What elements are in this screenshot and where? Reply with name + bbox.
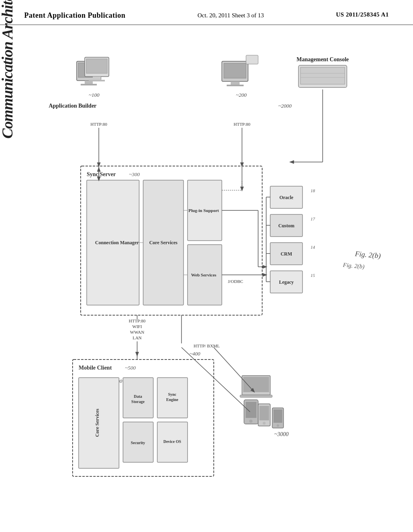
- patent-number: US 2011/258345 A1: [336, 11, 389, 18]
- fig-label: Fig. 2(b): [342, 262, 365, 270]
- svg-text:~500: ~500: [125, 365, 136, 371]
- crm-box: CRM: [281, 251, 292, 257]
- app-builder-label: Application Builder: [49, 103, 97, 109]
- svg-text:~200: ~200: [236, 92, 247, 98]
- diagram-area: Communication Architecture ~10 Fig. 2(b)…: [0, 25, 413, 517]
- svg-text:Core Services: Core Services: [149, 240, 177, 245]
- svg-text:Plug-in Support: Plug-in Support: [188, 208, 219, 213]
- svg-rect-13: [227, 85, 244, 86]
- jdbc-label: J/ODBC: [228, 279, 243, 284]
- svg-text:Data: Data: [134, 394, 142, 399]
- app-builder-group: ~100: [77, 57, 109, 98]
- sync-server-label: Sync Server: [87, 171, 116, 177]
- http-bxml-label: HTTP/ BXML: [194, 343, 220, 348]
- architecture-diagram: ~100 Application Builder HTTP:80 ~200 HT…: [40, 41, 391, 509]
- svg-text:Web Services: Web Services: [191, 272, 217, 277]
- custom-box: Custom: [278, 223, 294, 229]
- mgmt-console-label: Management Console: [296, 56, 349, 62]
- mgmt-computer-group: ~200: [222, 55, 258, 98]
- svg-text:Device OS: Device OS: [163, 439, 181, 444]
- svg-rect-14: [246, 55, 258, 64]
- svg-line-80: [214, 347, 254, 392]
- svg-rect-6: [93, 77, 101, 80]
- svg-rect-69: [243, 377, 269, 392]
- svg-rect-11: [224, 63, 246, 78]
- http80-label-1: HTTP:80: [90, 122, 107, 127]
- publication-title: Patent Application Publication: [24, 11, 125, 20]
- svg-text:WIFI: WIFI: [132, 324, 142, 329]
- ref-14: 14: [311, 245, 315, 249]
- oracle-box: Oracle: [280, 195, 294, 200]
- sheet-info: Oct. 20, 2011 Sheet 3 of 13: [198, 11, 264, 19]
- ref-18: 18: [311, 188, 315, 193]
- svg-rect-7: [89, 80, 105, 81]
- svg-text:Connection Manager: Connection Manager: [95, 240, 139, 245]
- svg-rect-75: [259, 406, 269, 420]
- legacy-box: Legacy: [279, 279, 294, 285]
- ref-2000-label: ~2000: [278, 103, 292, 109]
- svg-text:WWAN: WWAN: [130, 330, 144, 335]
- svg-rect-72: [246, 402, 257, 418]
- svg-point-79: [277, 424, 279, 427]
- svg-rect-3: [81, 84, 97, 85]
- svg-rect-12: [231, 81, 240, 85]
- svg-point-73: [249, 420, 252, 423]
- ref-400-label: ~400: [190, 351, 200, 357]
- ref-15: 15: [311, 273, 315, 278]
- svg-rect-70: [240, 395, 272, 397]
- page-header: Patent Application Publication Oct. 20, …: [0, 0, 413, 25]
- svg-rect-78: [273, 409, 282, 423]
- diagram-title: Communication Architecture ~10: [0, 0, 16, 139]
- ref-3000-label: ~3000: [274, 431, 289, 437]
- svg-text:Engine: Engine: [166, 397, 179, 402]
- svg-text:Storage: Storage: [131, 399, 145, 404]
- svg-text:Security: Security: [131, 441, 145, 445]
- svg-rect-5: [86, 59, 107, 73]
- mobile-client-label: Mobile Client: [79, 365, 112, 371]
- svg-text:~100: ~100: [89, 92, 100, 98]
- svg-text:LAN: LAN: [133, 335, 142, 340]
- svg-line-81: [181, 347, 250, 412]
- svg-point-76: [263, 422, 266, 425]
- svg-text:~300: ~300: [129, 171, 140, 177]
- svg-text:Core Services: Core Services: [94, 409, 100, 437]
- svg-rect-18: [300, 67, 345, 84]
- http80-label-2: HTTP:80: [234, 122, 250, 127]
- ref-17: 17: [311, 216, 315, 221]
- svg-text:Sync: Sync: [168, 392, 177, 397]
